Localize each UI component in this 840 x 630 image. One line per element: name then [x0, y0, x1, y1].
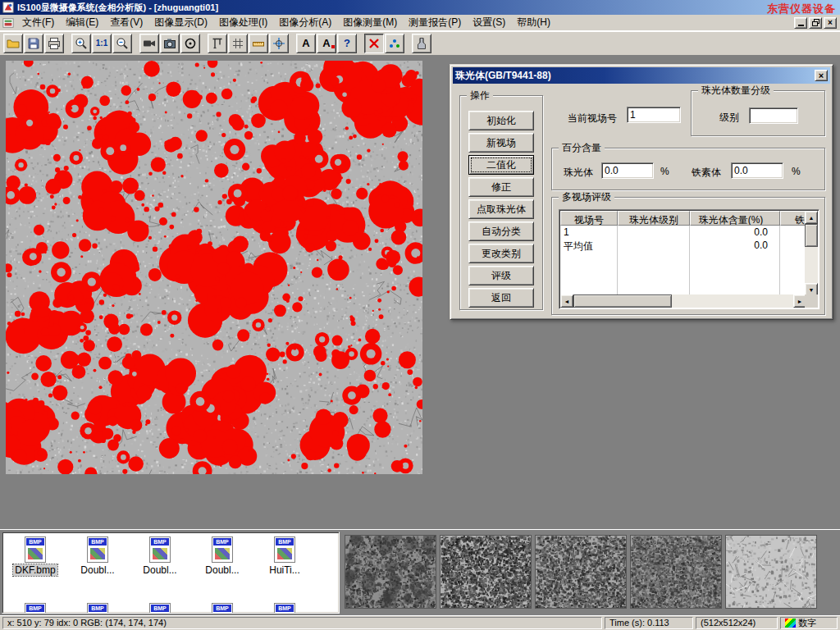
video-capture-button[interactable]: [139, 34, 159, 53]
current-field-input[interactable]: [627, 107, 681, 123]
help-button[interactable]: ?: [337, 34, 357, 53]
cell-field: 1: [560, 226, 618, 239]
file-item[interactable]: BMP Doubl...: [193, 536, 252, 576]
toolbar-separator: [290, 34, 296, 53]
horizontal-scroll-thumb[interactable]: [573, 294, 672, 308]
rate-button[interactable]: 评级: [468, 266, 534, 285]
thumbnail-4[interactable]: [630, 535, 722, 609]
point-pick-icon: [388, 37, 401, 50]
table-row[interactable]: 平均值 0.0: [560, 239, 806, 252]
zoom-in-button[interactable]: [71, 34, 91, 53]
toolbar-separator: [133, 34, 139, 53]
pearlite-percent-input[interactable]: [601, 162, 654, 179]
menu-help[interactable]: 帮助(H): [511, 14, 556, 31]
thumbnail-1[interactable]: [345, 535, 436, 609]
file-item[interactable]: BMP: [255, 603, 314, 614]
metallographic-image[interactable]: [6, 61, 422, 474]
child-restore-button[interactable]: [809, 17, 822, 29]
file-item[interactable]: BMP Doubl...: [130, 536, 189, 576]
grade-group: 珠光体数量分级 级别: [691, 90, 825, 136]
toolbar: 1:1 A A ?: [0, 31, 840, 56]
cell-field: 平均值: [560, 239, 618, 252]
menu-view[interactable]: 查看(V): [104, 14, 148, 31]
dialog-close-button[interactable]: ×: [815, 70, 828, 81]
bmp-badge: BMP: [89, 538, 107, 546]
caliper-button[interactable]: [208, 34, 227, 53]
table-row[interactable]: 1 0.0: [560, 226, 806, 239]
file-item[interactable]: BMP HuiTi...: [255, 536, 314, 576]
col-header-field: 视场号: [560, 211, 618, 226]
delete-marker-button[interactable]: [364, 34, 384, 53]
menu-edit[interactable]: 编辑(E): [60, 14, 104, 31]
zoom-out-button[interactable]: [112, 34, 132, 53]
bmp-file-icon: BMP: [87, 603, 108, 614]
operations-group: 操作 初始化 新视场 二值化 修正 点取珠光体 自动分类 更改类别 评级 返回: [459, 95, 543, 310]
thumbnail-5[interactable]: [725, 535, 817, 609]
file-item[interactable]: BMP: [193, 603, 252, 614]
menu-image-processing[interactable]: 图像处理(I): [213, 14, 273, 31]
file-name[interactable]: Doubl...: [203, 564, 240, 576]
menu-measure-report[interactable]: 测量报告(P): [403, 14, 467, 31]
col-header-ferrite: 铁素: [780, 211, 806, 226]
camera-button[interactable]: [160, 34, 180, 53]
aperture-button[interactable]: [180, 34, 200, 53]
file-name[interactable]: DKF.bmp: [13, 564, 57, 576]
vertical-scroll-thumb[interactable]: [805, 224, 818, 247]
menu-file[interactable]: 文件(F): [16, 14, 60, 31]
ferrite-percent-input[interactable]: [731, 162, 783, 179]
image-size-text: (512x512x24): [701, 618, 756, 628]
vertical-scrollbar[interactable]: ▲ ▼: [805, 211, 818, 296]
horizontal-scrollbar[interactable]: ◄ ►: [560, 294, 806, 308]
file-item[interactable]: BMP: [68, 603, 127, 614]
auto-classify-button[interactable]: 自动分类: [468, 221, 534, 241]
file-name[interactable]: HuiTi...: [267, 564, 302, 576]
file-item[interactable]: BMP: [130, 603, 189, 614]
actual-size-button[interactable]: 1:1: [92, 34, 112, 53]
rating-table-view: 视场号 珠光体级别 珠光体含量(%) 铁素 1 0.0 平均值: [560, 211, 806, 296]
delete-red-x-icon: [368, 37, 381, 50]
bmp-badge: BMP: [213, 605, 231, 612]
scroll-left-icon[interactable]: ◄: [560, 294, 573, 308]
file-item[interactable]: BMP Doubl...: [68, 536, 127, 576]
pick-pearlite-button[interactable]: 点取珠光体: [468, 199, 534, 219]
menu-image-display[interactable]: 图像显示(D): [148, 14, 213, 31]
cross-grid-button[interactable]: [269, 34, 289, 53]
correct-button[interactable]: 修正: [468, 177, 534, 197]
menu-image-analysis[interactable]: 图像分析(A): [273, 14, 337, 31]
file-item[interactable]: BMP: [6, 603, 65, 614]
child-close-button[interactable]: ×: [824, 17, 837, 29]
file-name[interactable]: Doubl...: [141, 564, 178, 576]
init-button[interactable]: 初始化: [468, 111, 534, 130]
thumbnail-3[interactable]: [535, 535, 627, 609]
grid-measure-button[interactable]: [228, 34, 248, 53]
open-button[interactable]: [3, 34, 23, 53]
file-name[interactable]: Doubl...: [79, 564, 116, 576]
new-field-button[interactable]: 新视场: [468, 133, 534, 153]
save-button[interactable]: [24, 34, 43, 53]
grade-input[interactable]: [749, 107, 798, 124]
font-style-button[interactable]: A: [317, 34, 336, 53]
bmp-badge: BMP: [213, 538, 231, 546]
text-annotation-button[interactable]: A: [296, 34, 316, 53]
status-bar: x: 510 y: 79 idx: 0 RGB: (174, 174, 174)…: [0, 615, 840, 630]
dialog-title-bar[interactable]: 珠光体(GB/T9441-88) ×: [453, 67, 830, 84]
return-button[interactable]: 返回: [468, 288, 534, 308]
thumbnail-2[interactable]: [440, 535, 532, 609]
ruler-icon: [252, 37, 265, 50]
menu-image-measure[interactable]: 图像测量(M): [337, 14, 403, 31]
child-minimize-button[interactable]: [794, 17, 807, 29]
binarize-button[interactable]: 二值化: [468, 155, 534, 175]
window-title: IS100显微摄像系统(金相分析版) - [zhuguangti01]: [17, 2, 218, 14]
menu-settings[interactable]: 设置(S): [467, 14, 511, 31]
change-class-button[interactable]: 更改类别: [468, 244, 534, 263]
micrometer-button[interactable]: [412, 34, 431, 53]
file-item[interactable]: BMP DKF.bmp: [6, 536, 65, 576]
vendor-watermark: 东营仪器设备: [767, 2, 836, 16]
bmp-art: [277, 548, 292, 559]
save-icon: [27, 37, 40, 50]
point-pick-button[interactable]: [385, 34, 404, 53]
ruler-button[interactable]: [249, 34, 268, 53]
scroll-up-icon[interactable]: ▲: [805, 211, 818, 224]
dialog-body: 操作 初始化 新视场 二值化 修正 点取珠光体 自动分类 更改类别 评级 返回 …: [453, 84, 830, 316]
print-button[interactable]: [44, 34, 64, 53]
